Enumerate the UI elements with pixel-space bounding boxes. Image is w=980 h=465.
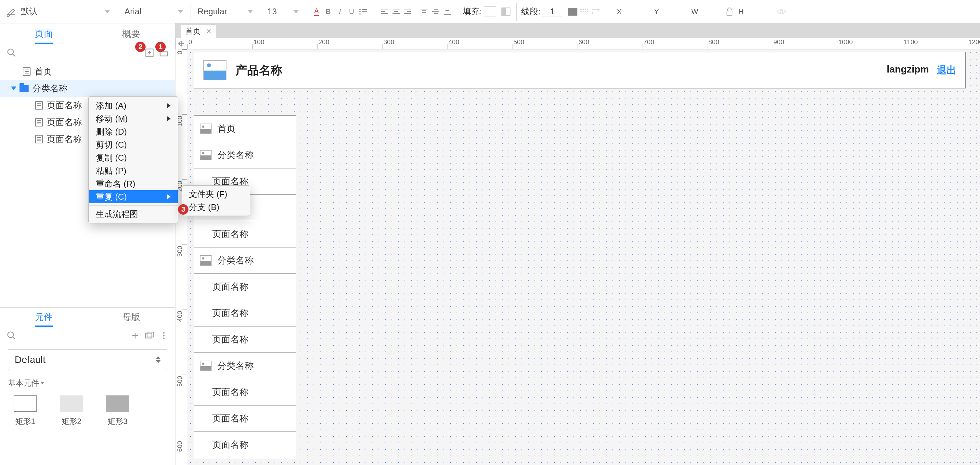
- valign-top-icon[interactable]: [418, 6, 430, 17]
- h-input[interactable]: [746, 7, 771, 16]
- align-left-icon[interactable]: [379, 6, 390, 17]
- svg-point-18: [8, 49, 14, 55]
- style-preset-dropdown[interactable]: 默认: [18, 3, 113, 21]
- tab-pages[interactable]: 页面: [0, 23, 88, 44]
- caret-down-icon: [105, 10, 110, 13]
- document-tabs: 首页 ✕: [175, 23, 980, 38]
- widget-rect1[interactable]: 矩形1: [14, 395, 37, 427]
- context-submenu: 文件夹 (F) 分支 (B): [182, 185, 250, 216]
- stroke-color-icon[interactable]: [567, 6, 579, 17]
- tree-item-home[interactable]: 首页: [0, 63, 175, 80]
- font-size-dropdown[interactable]: 13: [265, 3, 301, 21]
- fill-opacity-icon[interactable]: [500, 6, 512, 17]
- library-icon[interactable]: [145, 331, 154, 340]
- widgets-toolbar: [0, 327, 175, 344]
- ruler-origin[interactable]: [175, 38, 187, 50]
- sitemap-row[interactable]: 页面名称: [194, 405, 296, 432]
- library-select[interactable]: Default: [8, 349, 167, 370]
- align-right-icon[interactable]: [402, 6, 414, 17]
- sitemap-row[interactable]: 分类名称: [194, 142, 296, 168]
- menu-move[interactable]: 移动 (M): [89, 112, 178, 125]
- widget-rect2[interactable]: 矩形2: [60, 395, 83, 427]
- stroke-style-icon[interactable]: [579, 6, 590, 17]
- arrow-style-icon[interactable]: [590, 6, 602, 17]
- submenu-arrow-icon: [167, 104, 170, 108]
- svg-rect-8: [422, 12, 426, 13]
- ruler-horizontal[interactable]: 0100200300400500600700800900100011001200: [187, 38, 980, 50]
- document-tab[interactable]: 首页 ✕: [181, 25, 216, 38]
- pen-tool-icon[interactable]: [4, 5, 18, 19]
- visibility-icon[interactable]: [776, 6, 788, 17]
- top-toolbar: 默认 Arial Regular 13 A B I U 填充: 线段: X Y …: [0, 0, 980, 23]
- tab-masters[interactable]: 母版: [88, 308, 175, 327]
- tree-item-category[interactable]: 分类名称: [0, 80, 175, 97]
- annotation-badge-2: 2: [135, 42, 146, 52]
- lock-icon[interactable]: [725, 7, 733, 16]
- valign-bottom-icon[interactable]: [442, 6, 453, 17]
- x-input[interactable]: [624, 7, 649, 16]
- canvas[interactable]: 产品名称 langzipm 退出 首页分类名称页面名称页面名称页面名称分类名称页…: [187, 50, 980, 465]
- y-input[interactable]: [661, 7, 686, 16]
- svg-rect-1: [362, 9, 367, 10]
- font-weight-dropdown[interactable]: Regular: [195, 3, 255, 21]
- shapes-row: 矩形1 矩形2 矩形3: [0, 391, 175, 431]
- svg-rect-6: [420, 9, 428, 10]
- menu-copy[interactable]: 复制 (C): [89, 151, 178, 164]
- bold-icon[interactable]: B: [322, 6, 334, 17]
- page-icon: [35, 135, 43, 144]
- valign-middle-icon[interactable]: [430, 6, 442, 17]
- widget-rect3[interactable]: 矩形3: [106, 395, 129, 427]
- menu-cut[interactable]: 剪切 (C): [89, 138, 178, 151]
- menu-rename[interactable]: 重命名 (R): [89, 177, 178, 190]
- submenu-branch[interactable]: 分支 (B): [182, 201, 250, 214]
- style-preset-value: 默认: [21, 6, 38, 17]
- exit-link[interactable]: 退出: [937, 64, 956, 77]
- tab-outline[interactable]: 概要: [88, 23, 175, 44]
- svg-rect-14: [444, 14, 451, 14]
- sitemap-row[interactable]: 分类名称: [194, 247, 296, 274]
- sitemap-row[interactable]: 页面名称: [194, 221, 296, 248]
- menu-delete[interactable]: 删除 (D): [89, 125, 178, 138]
- image-placeholder-icon: [200, 123, 212, 134]
- sitemap-row[interactable]: 页面名称: [194, 300, 296, 326]
- fill-color-swatch[interactable]: [484, 6, 496, 17]
- sitemap-row[interactable]: 页面名称: [194, 431, 296, 458]
- menu-duplicate[interactable]: 重复 (C): [89, 190, 178, 203]
- submenu-folder[interactable]: 文件夹 (F): [182, 188, 250, 201]
- sitemap-row[interactable]: 分类名称: [194, 353, 296, 379]
- expand-icon[interactable]: [11, 86, 16, 90]
- menu-paste[interactable]: 粘贴 (P): [89, 164, 178, 177]
- menu-gen-flow[interactable]: 生成流程图: [89, 208, 178, 221]
- add-page-icon[interactable]: [145, 48, 154, 58]
- sitemap-row[interactable]: 首页: [194, 115, 296, 142]
- close-icon[interactable]: ✕: [206, 27, 212, 35]
- w-input[interactable]: [700, 7, 725, 16]
- y-label: Y: [654, 8, 659, 16]
- stroke-width-input[interactable]: [542, 6, 562, 17]
- sitemap-row[interactable]: 页面名称: [194, 379, 296, 406]
- h-label: H: [738, 8, 744, 16]
- add-icon[interactable]: [130, 331, 140, 340]
- image-placeholder-icon: [203, 60, 226, 80]
- align-center-icon[interactable]: [390, 6, 402, 17]
- underline-icon[interactable]: U: [346, 6, 358, 17]
- font-family-dropdown[interactable]: Arial: [122, 3, 186, 21]
- text-color-icon[interactable]: A: [311, 6, 322, 17]
- menu-add[interactable]: 添加 (A): [89, 99, 178, 112]
- chevron-down-icon: [40, 382, 44, 384]
- sitemap-row[interactable]: 页面名称: [194, 326, 296, 353]
- search-icon[interactable]: [6, 48, 16, 58]
- sitemap-row[interactable]: 页面名称: [194, 273, 296, 300]
- annotation-badge-3: 3: [178, 204, 188, 215]
- page-icon: [35, 101, 43, 110]
- italic-icon[interactable]: I: [334, 6, 346, 17]
- widget-group-label[interactable]: 基本元件: [0, 375, 175, 391]
- product-header-widget[interactable]: 产品名称 langzipm 退出: [194, 52, 966, 88]
- bullets-icon[interactable]: [358, 6, 369, 17]
- sitemap-widget[interactable]: 首页分类名称页面名称页面名称页面名称分类名称页面名称页面名称页面名称分类名称页面…: [194, 116, 296, 458]
- canvas-area: 首页 ✕ 01002003004005006007008009001000110…: [175, 23, 980, 465]
- tab-widgets[interactable]: 元件: [0, 308, 88, 327]
- folder-icon: [19, 85, 29, 92]
- more-icon[interactable]: [159, 331, 169, 340]
- search-icon[interactable]: [6, 331, 16, 340]
